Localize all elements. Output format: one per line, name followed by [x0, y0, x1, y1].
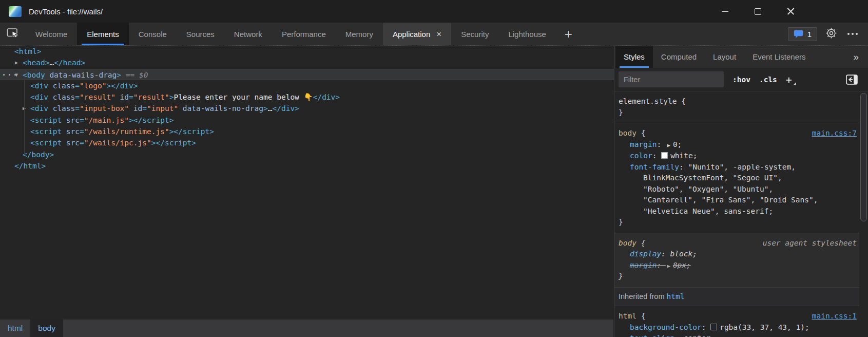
window-title: DevTools - file://wails/: [29, 7, 103, 16]
rule-selector[interactable]: body: [619, 239, 636, 247]
dom-tree-row[interactable]: </body>: [0, 149, 614, 160]
code-segment-tag: =: [75, 104, 80, 113]
tab-memory[interactable]: Memory: [336, 23, 383, 45]
tab-network[interactable]: Network: [224, 23, 272, 45]
scrollbar-thumb[interactable]: [860, 93, 867, 221]
dom-tree-row[interactable]: ▶<head>…</head>: [0, 57, 614, 68]
css-property[interactable]: margin: ▶0;: [619, 139, 855, 151]
code-segment-tag: </div>: [272, 104, 299, 113]
code-segment-attr: id: [129, 104, 142, 113]
sidebar-tab-styles[interactable]: Styles: [615, 46, 653, 68]
sidebar-tab-layout[interactable]: Layout: [705, 46, 744, 68]
expand-value-icon[interactable]: ▶: [667, 260, 670, 272]
tab-sources[interactable]: Sources: [177, 23, 224, 45]
property-name: font-family: [630, 163, 679, 171]
code-segment-tag: ></script>: [151, 139, 196, 147]
breadcrumb-body[interactable]: body: [30, 320, 63, 337]
code-segment-tag: >: [117, 71, 121, 79]
dom-tree-row[interactable]: <div class="result" id="result">Please e…: [0, 91, 614, 103]
expand-arrow-icon[interactable]: ▶: [15, 57, 18, 68]
code-segment-tag: =: [75, 82, 80, 90]
tab-close-icon[interactable]: ×: [436, 30, 441, 39]
expand-value-icon[interactable]: ▶: [667, 140, 670, 151]
inherited-from-header: Inherited from html: [614, 288, 868, 307]
more-options-button[interactable]: [845, 31, 860, 37]
window-controls: [708, 0, 807, 23]
stylesheet-source-link[interactable]: main.css:7: [812, 128, 857, 139]
styles-filter-row: :hov .cls +: [614, 68, 868, 91]
css-property[interactable]: background-color: rgba(33, 37, 43, 1);: [619, 322, 855, 333]
collapse-arrow-icon[interactable]: ▼: [15, 69, 18, 81]
computed-sidebar-toggle-button[interactable]: [846, 74, 858, 85]
dom-tree-row[interactable]: <script src="/main.js"></script>: [0, 115, 614, 126]
style-rule-element-style: element.style {}: [614, 91, 868, 123]
styles-filter-input[interactable]: [619, 71, 724, 87]
style-rule-html: main.css:1html {background-color: rgba(3…: [614, 306, 868, 337]
sidebar-tab-label: Computed: [661, 52, 697, 61]
code-segment-emoji: 👇: [304, 93, 313, 101]
sidebar-tab-event-listeners[interactable]: Event Listeners: [744, 46, 814, 68]
dom-tree-row[interactable]: <div class="logo"></div>: [0, 80, 614, 91]
code-segment-tag: ></script>: [169, 127, 214, 136]
tab-security[interactable]: Security: [451, 23, 498, 45]
dom-tree-row[interactable]: ▶<div class="input-box" id="input" data-…: [0, 103, 614, 114]
styles-scrollbar[interactable]: [859, 91, 868, 337]
code-segment-tag: </html>: [14, 162, 46, 170]
tab-welcome[interactable]: Welcome: [26, 23, 77, 45]
property-value-wrapped: "Helvetica Neue", sans-serif;: [619, 206, 855, 217]
dom-tree-row[interactable]: <script src="/wails/runtime.js"></script…: [0, 126, 614, 137]
breadcrumb: htmlbody: [0, 320, 613, 337]
inspect-element-button[interactable]: [0, 23, 26, 45]
rule-selector[interactable]: body: [619, 129, 636, 137]
code-segment-attr: data-wails-drag: [45, 71, 117, 79]
close-icon: [787, 8, 795, 15]
color-swatch[interactable]: [661, 152, 668, 159]
code-segment-text: Please enter your name below: [173, 93, 303, 101]
close-button[interactable]: [774, 0, 807, 23]
rule-selector[interactable]: element.style: [619, 97, 677, 105]
sidebar-tabs: StylesComputedLayoutEvent Listeners »: [614, 46, 868, 68]
settings-button[interactable]: [825, 27, 837, 41]
code-segment-tag: <html>: [14, 47, 41, 55]
css-property[interactable]: font-family: "Nunito", -apple-system,: [619, 162, 855, 173]
toggle-classes[interactable]: .cls: [759, 76, 777, 84]
tab-lighthouse[interactable]: Lighthouse: [498, 23, 555, 45]
dom-tree-row[interactable]: <html>: [0, 46, 614, 57]
add-tab-button[interactable]: +: [556, 23, 581, 45]
color-swatch[interactable]: [710, 324, 717, 330]
code-segment-tag: =: [80, 139, 84, 147]
breadcrumb-html[interactable]: html: [0, 320, 30, 337]
tab-performance[interactable]: Performance: [272, 23, 336, 45]
elements-dom-panel: <html>▶<head>…</head>···▼<body data-wail…: [0, 46, 614, 337]
maximize-button[interactable]: [741, 0, 774, 23]
inherited-node-link[interactable]: html: [667, 292, 685, 301]
toggle-hover-state[interactable]: :hov: [732, 76, 750, 84]
tab-console[interactable]: Console: [129, 23, 177, 45]
stylesheet-source-link[interactable]: main.css:1: [812, 311, 857, 322]
dom-tree-row[interactable]: </html>: [0, 160, 614, 172]
sidebar-tab-label: Event Listeners: [753, 52, 805, 61]
css-property[interactable]: display: block;: [619, 249, 855, 260]
rule-selector[interactable]: html: [619, 312, 636, 320]
dom-tree-row[interactable]: <script src="/wails/ipc.js"></script>: [0, 137, 614, 148]
code-segment-attr: id: [115, 93, 129, 101]
code-segment-tag: <script: [30, 127, 62, 136]
code-segment-val: "input-box": [80, 104, 129, 113]
rule-selector-line: element.style {: [619, 96, 855, 107]
code-segment-attr: class: [48, 104, 75, 113]
tab-elements[interactable]: Elements: [77, 23, 129, 45]
overflow-chevron-icon[interactable]: »: [844, 46, 868, 68]
new-style-rule-button[interactable]: +: [786, 73, 792, 86]
css-property[interactable]: color: white;: [619, 151, 855, 162]
style-rules-list: element.style {}main.css:7body {margin: …: [614, 91, 868, 337]
code-segment-val: "result": [80, 93, 115, 101]
minimize-button[interactable]: [708, 0, 741, 23]
dom-tree-row[interactable]: ···▼<body data-wails-drag> == $0: [0, 69, 614, 80]
gear-icon: [825, 27, 837, 41]
css-property[interactable]: margin: ▶8px;: [619, 260, 855, 272]
css-property[interactable]: text-align: center;: [619, 333, 855, 337]
sidebar-tab-computed[interactable]: Computed: [653, 46, 705, 68]
tab-application[interactable]: Application×: [383, 23, 451, 45]
minimize-icon: [722, 11, 728, 12]
issues-button[interactable]: 1: [788, 27, 817, 41]
